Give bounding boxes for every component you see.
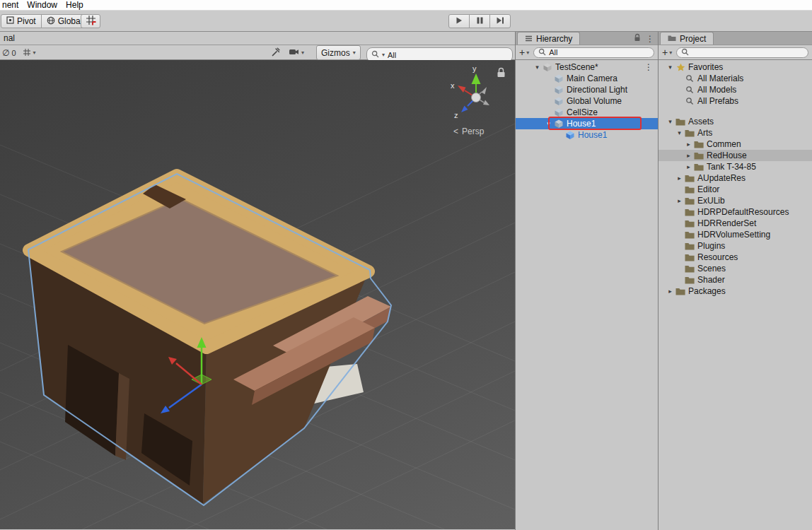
step-button[interactable] [489,14,511,28]
expand-arrow-icon[interactable]: ▸ [675,175,684,182]
grid-snapping-button[interactable] [81,14,100,28]
scene-tab-fragment[interactable]: nal [2,33,15,43]
create-caret-icon: ▾ [669,49,672,56]
axis-z-label: z [454,111,458,119]
tab-project[interactable]: Project [660,32,714,45]
search-filter-caret-icon[interactable]: ▾ [382,52,385,58]
hierarchy-menu-button[interactable]: ⋮ [646,34,654,44]
project-item-tank-t-34-85[interactable]: ▸Tank T-34-85 [659,161,812,172]
menu-item-window[interactable]: Window [25,0,64,10]
search-icon [371,50,379,59]
project-item-hdrpdefaultresources[interactable]: HDRPDefaultResources [659,206,812,218]
scene-lock-icon[interactable] [498,69,505,78]
project-tree: ▾FavoritesAll MaterialsAll ModelsAll Pre… [659,60,812,297]
expand-arrow-icon[interactable]: ▾ [675,129,684,136]
hierarchy-item-main-camera[interactable]: Main Camera [516,73,658,84]
project-item-aupdateres[interactable]: ▸AUpdateRes [659,172,812,184]
project-item-assets[interactable]: ▾Assets [659,116,812,127]
axis-x-cone[interactable] [458,86,466,93]
hierarchy-item-label: House1 [564,119,596,129]
hierarchy-item-label: Main Camera [564,73,617,83]
search-icon [684,73,695,83]
menu-item-truncated[interactable]: nent [0,0,25,10]
project-create-button[interactable]: + ▾ [662,47,672,58]
folder-icon [693,139,704,149]
project-item-all-models[interactable]: All Models [659,84,812,95]
expand-arrow-icon[interactable]: ▾ [533,64,542,71]
hierarchy-item-label: Global Volume [564,96,622,106]
scene-search-value: All [388,51,396,59]
expand-arrow-icon[interactable]: ▸ [684,152,693,159]
folder-icon [684,264,695,273]
grid-visibility-icon[interactable] [23,48,31,58]
hierarchy-item-testscene[interactable]: ▾TestScene*⋮ [516,61,658,73]
scene-camera-icon[interactable] [289,48,299,57]
expand-arrow-icon[interactable]: ▾ [666,64,675,71]
axis-y-label: y [472,64,477,73]
hierarchy-item-cellsize[interactable]: CellSize [516,107,658,118]
expand-arrow-icon[interactable]: ▸ [675,197,684,204]
expand-arrow-icon[interactable]: ▸ [666,288,675,295]
lock-icon[interactable] [634,33,641,44]
hierarchy-item-house1[interactable]: ▾House1 [516,118,658,129]
perspective-indicator[interactable]: < Persp [453,126,484,136]
project-item-favorites[interactable]: ▾Favorites [659,61,812,73]
project-item-editor[interactable]: Editor [659,184,812,195]
orientation-gizmo-center[interactable] [472,93,481,102]
project-item-arts[interactable]: ▾Arts [659,127,812,139]
project-item-all-materials[interactable]: All Materials [659,73,812,84]
project-item-commen[interactable]: ▸Commen [659,139,812,150]
scene-view[interactable]: y x z < Persp [0,60,515,529]
hierarchy-item-house1[interactable]: House1 [516,129,658,141]
scene-viewport-3d[interactable]: y x z [0,60,515,529]
expand-arrow-icon[interactable]: ▸ [684,163,693,170]
menu-item-help[interactable]: Help [64,0,90,10]
expand-arrow-icon[interactable]: ▸ [684,141,693,148]
hierarchy-toolbar: + ▾ All [516,45,658,60]
house-model[interactable] [28,174,391,505]
project-item-label: All Prefabs [695,96,738,106]
project-item-redhouse[interactable]: ▸RedHouse [659,150,812,161]
gameobject-icon [553,73,564,83]
axis-negative-cone[interactable] [483,100,489,106]
hierarchy-panel: Hierarchy ⋮ + ▾ All ▾TestScene*⋮Main Cam… [515,32,658,530]
project-item-exulib[interactable]: ▸ExULib [659,195,812,206]
project-item-all-prefabs[interactable]: All Prefabs [659,95,812,107]
search-icon [684,85,695,95]
project-item-label: Tank T-34-85 [704,162,756,172]
scene-options-button[interactable]: ⋮ [644,62,653,72]
grid-dropdown-caret-icon[interactable]: ▾ [33,49,36,56]
project-item-scenes[interactable]: Scenes [659,263,812,274]
hierarchy-search-value: All [549,48,557,57]
globe-icon [47,16,55,27]
project-item-resources[interactable]: Resources [659,252,812,263]
project-item-label: RedHouse [704,151,747,160]
folder-icon [684,218,695,228]
axis-y-cone[interactable] [472,73,481,84]
camera-disabled-icon[interactable]: ∅ [2,48,9,58]
gizmos-dropdown[interactable]: Gizmos ▾ [316,45,361,60]
project-item-hdrrenderset[interactable]: HDRRenderSet [659,218,812,229]
project-item-packages[interactable]: ▸Packages [659,285,812,297]
hierarchy-item-global-volume[interactable]: Global Volume [516,95,658,107]
project-item-plugins[interactable]: Plugins [659,240,812,252]
expand-arrow-icon[interactable]: ▾ [544,120,553,127]
axis-z-cone[interactable] [461,106,468,113]
play-button[interactable] [448,14,470,28]
camera-dropdown-caret-icon[interactable]: ▾ [301,49,304,56]
expand-arrow-icon[interactable]: ▾ [666,118,675,125]
hierarchy-create-button[interactable]: + ▾ [519,47,529,58]
orientation-gizmo[interactable]: y x z [451,64,489,119]
project-item-shader[interactable]: Shader [659,274,812,285]
project-search-input[interactable] [676,47,808,58]
pivot-toggle-button[interactable]: Pivot [1,14,42,28]
hierarchy-item-directional-light[interactable]: Directional Light [516,84,658,95]
tab-hierarchy[interactable]: Hierarchy [517,32,580,45]
axis-negative-cone[interactable] [482,87,487,95]
menu-bar: nent Window Help [0,0,812,11]
unity-scene-icon [542,62,553,72]
scene-tools-icon[interactable] [271,47,280,58]
pause-button[interactable] [469,14,490,28]
project-item-hdrvolumesetting[interactable]: HDRVolumeSetting [659,229,812,240]
hierarchy-search-input[interactable]: All [533,47,654,58]
